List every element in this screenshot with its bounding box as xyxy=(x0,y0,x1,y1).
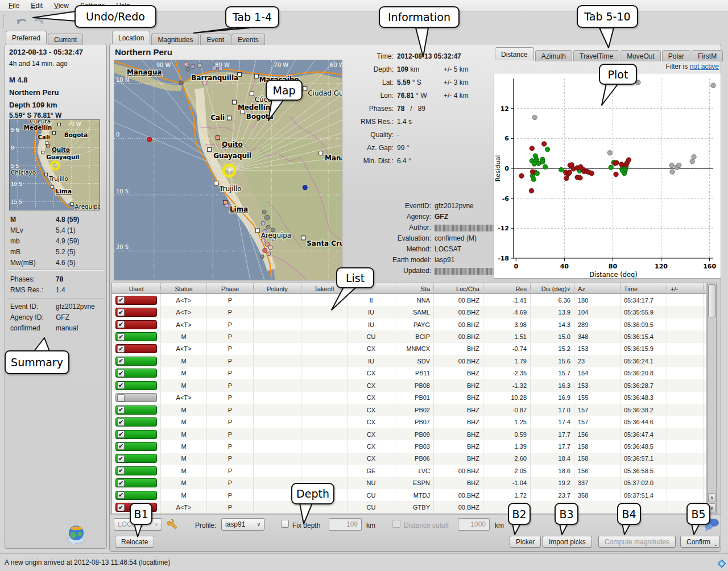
used-toggle[interactable]: ✔ xyxy=(115,430,157,439)
arrival-row-PB02[interactable]: ✔MPCXPB02BHZ-0.8717.015705:36:38.2 xyxy=(112,404,706,416)
info-row: Lon:76.81 ° W+/- 4 km xyxy=(347,89,495,102)
filter-toggle-link[interactable]: not active xyxy=(690,63,719,71)
used-toggle[interactable]: ✔ xyxy=(115,466,157,475)
magnitude-row[interactable]: mb4.9 (59) xyxy=(6,235,106,246)
plot-tab-polar[interactable]: Polar xyxy=(662,50,690,61)
used-toggle[interactable]: ✔ xyxy=(115,369,157,378)
plot-tab-distance[interactable]: Distance xyxy=(495,47,534,60)
used-toggle[interactable]: ✔ xyxy=(115,454,157,463)
svg-text:-12: -12 xyxy=(498,225,509,232)
column-header-sta[interactable]: Sta xyxy=(395,283,434,293)
arrival-row-PB08[interactable]: ✔MPCXPB08BHZ-1.3216.315305:36:28.7 xyxy=(112,379,706,391)
magnitude-row[interactable]: mB5.2 (5) xyxy=(6,246,106,257)
magnitude-row[interactable]: MLv5.4 (1) xyxy=(6,225,106,235)
tab-event[interactable]: Event xyxy=(200,34,230,45)
column-header-dis-deg-[interactable]: Dis (deg) ∨ xyxy=(531,283,574,293)
used-toggle[interactable]: ✔ xyxy=(115,344,157,353)
tab-preferred[interactable]: Preferred xyxy=(6,31,47,44)
arrival-row-PAYG[interactable]: ✔A<T>PIUPAYG00.BHZ3.9814.328905:36:09.5 xyxy=(112,318,706,330)
used-toggle[interactable]: ✔ xyxy=(115,491,157,500)
residual-plot[interactable]: 1260-6-12-1804080120160Distance (deg)Res… xyxy=(494,73,721,279)
column-header-+/-[interactable]: +/- xyxy=(667,283,704,293)
menu-item-file[interactable]: File xyxy=(3,1,24,11)
fix-depth-checkbox[interactable] xyxy=(281,520,289,528)
arrival-row-ESPN[interactable]: ✔MPNUESPNBHZ-1.0419.233705:37:02.0 xyxy=(112,477,706,489)
checked-checkbox: ✔ xyxy=(117,345,125,353)
used-toggle[interactable]: ✔ xyxy=(115,406,157,415)
column-header-loc/cha[interactable]: Loc/Cha xyxy=(434,283,483,293)
column-header-res[interactable]: Res xyxy=(483,283,531,293)
arrival-row-PB06[interactable]: ✔MPCXPB06BHZ2.6018.415805:36:57.1 xyxy=(112,453,706,465)
plot-tab-firstm[interactable]: FirstM xyxy=(692,50,723,61)
profile-select[interactable]: iasp91∨ xyxy=(221,518,264,531)
arrival-row-MNMCX[interactable]: ✔A<T>PCXMNMCXBHZ-0.7415.215305:36:15.9 xyxy=(112,343,706,355)
tab-magnitudes[interactable]: Magnitudes xyxy=(151,34,199,45)
city-label-guayaquil: Guayaquil xyxy=(46,154,79,160)
coordinates: 5.59° S 76.81° W xyxy=(9,111,61,119)
used-toggle[interactable]: ✔ xyxy=(115,320,157,329)
column-header-phase[interactable]: Phase xyxy=(207,283,254,293)
column-header-az[interactable]: Az xyxy=(574,283,621,293)
table-header[interactable]: UsedStatusPhasePolarityTakeoffStaLoc/Cha… xyxy=(112,283,706,294)
mini-map[interactable]: 5 N 0 5 S 10 S 15 S 75 W 70 W CúcutaMede… xyxy=(9,119,100,210)
relocate-button[interactable]: Relocate xyxy=(115,536,154,548)
picker-button[interactable]: Picker xyxy=(510,536,541,548)
magnitude-row[interactable]: Mw(mB)4.6 (5) xyxy=(6,257,106,268)
confirm-button[interactable]: Confirm ⌄ xyxy=(680,536,720,548)
plot-tab-moveout[interactable]: MoveOut xyxy=(621,50,661,61)
used-toggle[interactable] xyxy=(115,393,157,402)
scrollbar-thumb[interactable] xyxy=(708,284,715,317)
used-toggle[interactable]: ✔ xyxy=(115,417,157,427)
svg-text:40: 40 xyxy=(560,263,569,270)
plot-tab-traveltime[interactable]: TravelTime xyxy=(573,50,619,61)
arrival-row-PB07[interactable]: ✔MPCXPB07BHZ1.2517.415705:36:44.6 xyxy=(112,416,706,428)
column-header-used[interactable]: Used xyxy=(112,283,161,293)
main-map[interactable]: 90 W 80 W 70 W 60 W 10 N 0 10 S 20 S Man… xyxy=(114,60,342,280)
used-toggle[interactable]: ✔ xyxy=(115,381,157,390)
menu-item-view[interactable]: View xyxy=(49,1,74,11)
svg-text:-18: -18 xyxy=(498,255,509,262)
info-row: Time:2012-08-13 05:32:47 xyxy=(347,50,495,63)
arrival-row-PB03[interactable]: ✔MPCXPB03BHZ1.3917.715805:36:48.5 xyxy=(112,440,706,452)
arrival-row-SAML[interactable]: ✔A<T>PIUSAML00.BHZ-4.6913.910405:35:55.9 xyxy=(112,306,706,318)
origin-meta: EventID:gfz2012pvneAgency:GFZAuthor:Eval… xyxy=(347,201,500,276)
used-toggle[interactable]: ✔ xyxy=(115,442,157,451)
tab-current[interactable]: Current xyxy=(48,34,83,45)
arrival-row-PB11[interactable]: ✔MPCXPB11BHZ-2.3515.715405:36:20.8 xyxy=(112,367,706,379)
column-header-status[interactable]: Status xyxy=(161,283,207,293)
arrival-row-PB01[interactable]: A<T>PCXPB01BHZ10.2816.915505:36:48.3 xyxy=(112,392,706,404)
arrival-row-LVC[interactable]: ✔MPGELVC00.BHZ2.0518.615605:36:58.5 xyxy=(112,465,706,477)
depth-input[interactable]: 109 xyxy=(329,518,362,531)
plot-tab-azimuth[interactable]: Azimuth xyxy=(535,50,572,61)
arrival-row-MTDJ[interactable]: ✔MPCUMTDJ00.BHZ1.7223.735805:37:51.4 xyxy=(112,489,706,501)
magnitude-row[interactable]: M4.8 (59) xyxy=(6,214,106,225)
callout-summary: Summary xyxy=(5,350,69,374)
tab-location[interactable]: Location xyxy=(112,31,150,44)
data-point-automatic xyxy=(614,172,618,176)
redo-icon[interactable] xyxy=(31,14,46,28)
table-scrollbar[interactable]: ∧ ∨ xyxy=(707,283,717,514)
undo-icon[interactable] xyxy=(15,14,30,28)
import-picks-button[interactable]: Import picks xyxy=(543,536,592,548)
meta-row: Method:LOCSAT xyxy=(347,244,500,255)
arrival-row-BCIP[interactable]: ✔MPCUBCIP00.BHZ1.5115.034805:36:15.4 xyxy=(112,330,706,342)
column-header-polarity[interactable]: Polarity xyxy=(254,283,301,293)
checked-checkbox: ✔ xyxy=(117,333,125,341)
column-header-time[interactable]: Time xyxy=(621,283,667,293)
distance-cutoff-input[interactable]: 1000 xyxy=(458,518,490,531)
tab-events[interactable]: Events xyxy=(231,34,265,45)
toolbar-drag-handle[interactable] xyxy=(1,15,5,28)
arrival-row-NNA[interactable]: ✔A<T>PIINNA00.BHZ-1.416.3618005:34:17.7 xyxy=(112,294,706,306)
wrench-icon[interactable] xyxy=(167,519,177,531)
used-toggle[interactable]: ✔ xyxy=(115,478,157,487)
menu-item-edit[interactable]: Edit xyxy=(26,1,48,11)
used-toggle[interactable]: ✔ xyxy=(115,296,157,305)
arrival-row-PB09[interactable]: ✔MPCXPB09BHZ0.5917.715605:36:47.4 xyxy=(112,428,706,440)
distance-cutoff-checkbox[interactable] xyxy=(392,520,400,528)
used-toggle[interactable]: ✔ xyxy=(115,308,157,317)
compute-magnitudes-button[interactable]: Compute magnitudes xyxy=(598,536,676,548)
used-toggle[interactable]: ✔ xyxy=(115,357,157,366)
used-toggle[interactable]: ✔ xyxy=(115,332,157,341)
arrival-row-SDV[interactable]: ✔MPIUSDV00.BHZ1.7915.62305:36:24.1 xyxy=(112,355,706,367)
scroll-up-icon[interactable]: ∧ xyxy=(708,493,715,502)
